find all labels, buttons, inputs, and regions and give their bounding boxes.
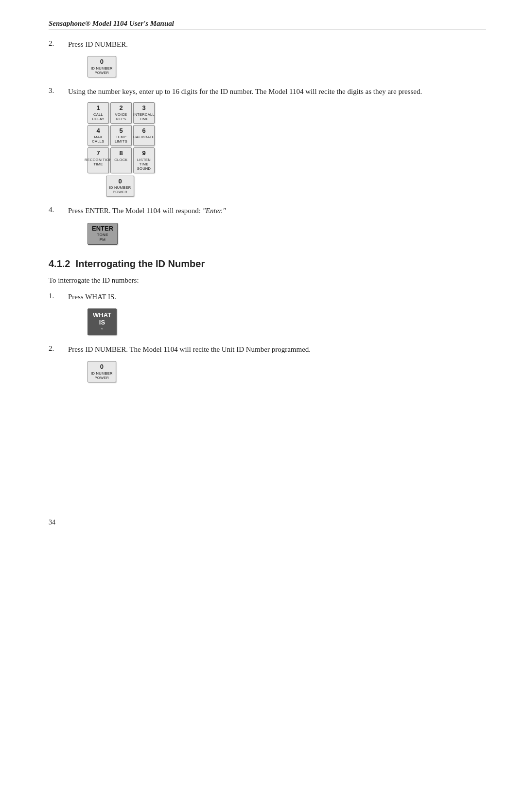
- step-2-content: Press ID NUMBER. 0 ID NUMBERPOWER: [68, 39, 486, 77]
- key-6: 6 CALIBRATE: [133, 125, 155, 146]
- step-4-text: Press ENTER. The Model 1104 will respond…: [68, 205, 486, 217]
- step-3-block: 3. Using the number keys, enter up to 16…: [49, 86, 486, 197]
- section-intro: To interrogate the ID numbers:: [49, 276, 486, 285]
- enter-key: ENTER TONEPM: [88, 223, 118, 245]
- page-number: 34: [49, 519, 486, 526]
- step-4-content: Press ENTER. The Model 1104 will respond…: [68, 205, 486, 244]
- section-step-2-block: 2. Press ID NUMBER. The Model 1104 will …: [49, 344, 486, 382]
- key-2: 2 VOICEREPS: [110, 102, 132, 124]
- step-3-content: Using the number keys, enter up to 16 di…: [68, 86, 486, 197]
- keypad-zero-row: 0 ID NUMBERPOWER: [88, 175, 153, 197]
- key-main-label: 0: [100, 58, 104, 66]
- key-9: 9 LISTEN TIMESOUND: [133, 147, 155, 173]
- section-step-1-block: 1. Press WHAT IS. WHATIS *: [49, 291, 486, 335]
- section-step-1-text: Press WHAT IS.: [68, 291, 486, 303]
- key-1: 1 CALLDELAY: [88, 102, 109, 124]
- section-step-2-number: 2.: [49, 344, 68, 382]
- step-4-block: 4. Press ENTER. The Model 1104 will resp…: [49, 205, 486, 244]
- step-4-text-before: Press ENTER. The Model 1104 will respond…: [68, 207, 203, 215]
- step-4-text-italic: "Enter.": [203, 207, 226, 215]
- keypad-grid: 1 CALLDELAY 2 VOICEREPS 3 INTERCALLTIME …: [88, 102, 486, 173]
- page-header: Sensaphone® Model 1104 User's Manual: [49, 19, 486, 30]
- section-heading: 4.1.2 Interrogating the ID Number: [49, 258, 486, 270]
- section-step-2-text: Press ID NUMBER. The Model 1104 will rec…: [68, 344, 486, 355]
- step-4-number: 4.: [49, 205, 68, 244]
- key-5: 5 TEMP LIMITS: [110, 125, 132, 146]
- key-3: 3 INTERCALLTIME: [133, 102, 155, 124]
- step-2-block: 2. Press ID NUMBER. 0 ID NUMBERPOWER: [49, 39, 486, 77]
- id-number-key-2: 0 ID NUMBERPOWER: [88, 361, 116, 382]
- step-2-number: 2.: [49, 39, 68, 77]
- key-8: 8 CLOCK: [110, 147, 132, 173]
- id-number-key-1: 0 ID NUMBERPOWER: [88, 56, 116, 77]
- step-2-text: Press ID NUMBER.: [68, 39, 486, 50]
- step-3-number: 3.: [49, 86, 68, 197]
- section-step-2-content: Press ID NUMBER. The Model 1104 will rec…: [68, 344, 486, 382]
- section-step-1-number: 1.: [49, 291, 68, 335]
- section-step-1-content: Press WHAT IS. WHATIS *: [68, 291, 486, 335]
- key-sub-label: ID NUMBERPOWER: [91, 66, 113, 75]
- key-7: 7 RECOGNITIONTIME: [88, 147, 109, 173]
- key-0: 0 ID NUMBERPOWER: [106, 176, 135, 197]
- step-3-text: Using the number keys, enter up to 16 di…: [68, 86, 486, 97]
- key-4: 4 MAX CALLS: [88, 125, 109, 146]
- what-is-key: WHATIS *: [88, 308, 117, 335]
